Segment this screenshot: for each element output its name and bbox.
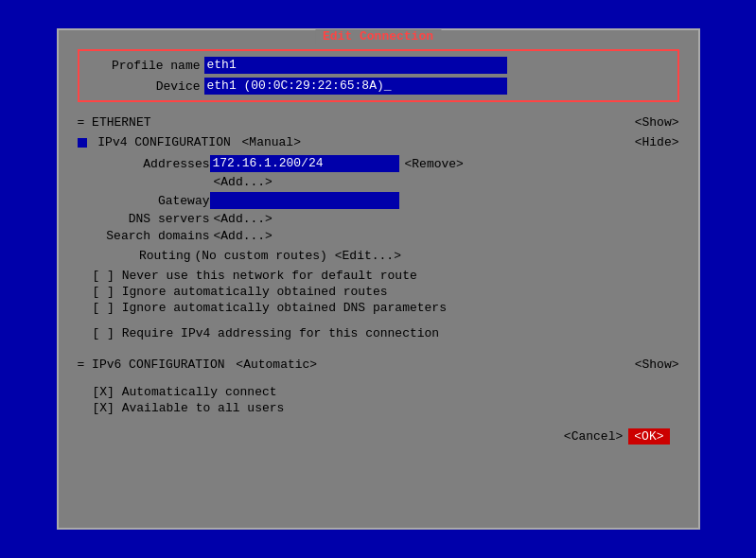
ipv4-mode[interactable]: <Manual> xyxy=(242,135,301,149)
profile-box: Profile name eth1 Device eth1 (00:0C:29:… xyxy=(78,49,679,102)
ethernet-label: = ETHERNET xyxy=(78,115,151,130)
dialog-buttons: <Cancel> <OK> xyxy=(78,428,679,445)
ipv6-label: = IPv6 CONFIGURATION xyxy=(78,357,225,372)
gateway-row: Gateway xyxy=(78,192,679,209)
routing-value[interactable]: (No custom routes) <Edit...> xyxy=(195,249,401,263)
search-domains-label: Search domains xyxy=(78,229,210,243)
gateway-input[interactable] xyxy=(210,192,399,209)
device-input[interactable]: eth1 (00:0C:29:22:65:8A)_ xyxy=(204,78,507,95)
ipv4-section: IPv4 CONFIGURATION <Manual> <Hide> Addre… xyxy=(78,135,679,340)
addresses-row: Addresses 172.16.1.200/24 <Remove> xyxy=(78,155,679,172)
dialog-title: Edit Connection xyxy=(315,29,441,44)
profile-name-input[interactable]: eth1 xyxy=(204,57,507,74)
search-add-btn[interactable]: <Add...> xyxy=(214,229,273,243)
ipv6-show-btn[interactable]: <Show> xyxy=(635,357,679,372)
routing-label: Routing xyxy=(97,249,191,263)
available-users-checkbox[interactable]: [X] Available to all users xyxy=(78,401,679,415)
add-address-row: <Add...> xyxy=(78,175,679,189)
ipv4-label: IPv4 CONFIGURATION xyxy=(97,135,230,149)
checkbox-auto-routes[interactable]: [ ] Ignore automatically obtained routes xyxy=(78,285,679,299)
dns-label: DNS servers xyxy=(78,212,210,226)
ipv4-hide-btn[interactable]: <Hide> xyxy=(635,135,679,149)
auto-connect-checkbox[interactable]: [X] Automatically connect xyxy=(78,385,679,399)
ipv6-mode[interactable]: <Automatic> xyxy=(236,357,317,372)
dns-row: DNS servers <Add...> xyxy=(78,212,679,226)
ethernet-show-btn[interactable]: <Show> xyxy=(635,115,679,130)
checkbox-auto-dns[interactable]: [ ] Ignore automatically obtained DNS pa… xyxy=(78,301,679,315)
edit-connection-dialog: Edit Connection Profile name eth1 Device… xyxy=(57,28,700,530)
addresses-label: Addresses xyxy=(78,157,210,171)
checkbox-default-route[interactable]: [ ] Never use this network for default r… xyxy=(78,269,679,283)
search-domains-row: Search domains <Add...> xyxy=(78,229,679,243)
address-input[interactable]: 172.16.1.200/24 xyxy=(210,155,399,172)
ok-button[interactable]: <OK> xyxy=(628,428,669,445)
remove-address-btn[interactable]: <Remove> xyxy=(405,157,464,171)
ipv4-indicator xyxy=(78,138,87,148)
device-label: Device xyxy=(87,79,201,94)
ethernet-section: = ETHERNET <Show> xyxy=(78,115,679,130)
profile-name-label: Profile name xyxy=(87,59,201,73)
cancel-button[interactable]: <Cancel> xyxy=(564,429,623,444)
gateway-label: Gateway xyxy=(78,194,210,208)
add-address-btn[interactable]: <Add...> xyxy=(214,175,273,189)
ipv6-section: = IPv6 CONFIGURATION <Automatic> <Show> xyxy=(78,357,679,372)
dns-add-btn[interactable]: <Add...> xyxy=(214,212,273,226)
checkbox-require-ipv4[interactable]: [ ] Require IPv4 addressing for this con… xyxy=(78,326,679,340)
routing-row: Routing (No custom routes) <Edit...> xyxy=(97,249,679,263)
